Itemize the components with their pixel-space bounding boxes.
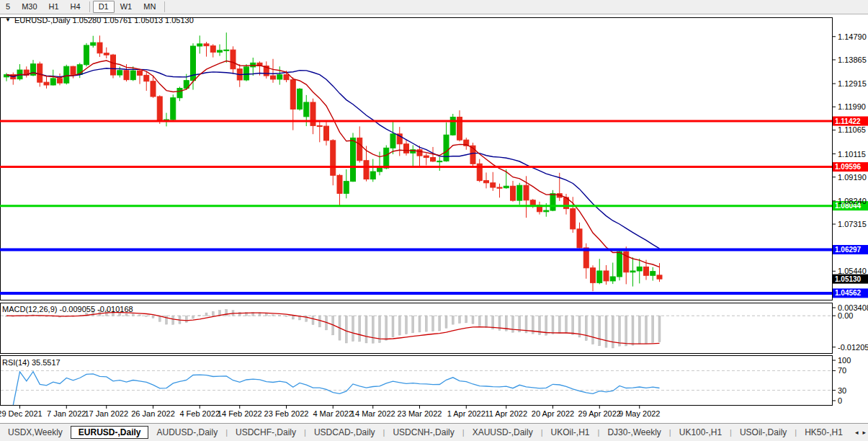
macd-bar [139,315,141,316]
candle-body [437,161,442,161]
candle-body [597,271,602,282]
candle-body [91,43,96,45]
macd-bar [592,316,594,344]
macd-bar [292,316,294,319]
macd-bar [125,313,127,316]
chart-tab-usdx-weekly[interactable]: USDX,Weekly [0,426,71,439]
candle-body [64,66,69,83]
rsi-tick-label: 0 [838,396,842,405]
rsi-tick-label: 30 [838,386,846,395]
candle-body [324,126,329,141]
macd-bar [478,316,480,326]
candle-body [151,81,156,97]
chevron-down-icon[interactable]: ▼ [5,17,11,23]
timeframe-button-5[interactable]: 5 [0,1,16,13]
candle-body [177,88,182,97]
candle-body [591,268,596,283]
chart-tab-usdcad-daily[interactable]: USDCAD-,Daily [306,426,383,439]
timeframe-toolbar: 5M30H1H4D1W1MN [0,0,868,14]
macd-bar [372,316,374,343]
macd-bar [652,316,654,342]
date-label: 4 Feb 2022 [179,409,220,418]
timeframe-button-mn[interactable]: MN [138,1,161,13]
macd-bar [605,316,607,347]
candle-body [284,75,289,80]
candle-body [210,46,215,53]
macd-bar [632,316,634,345]
candle-body [37,64,42,82]
macd-bar [279,316,281,316]
date-label: 17 Jan 2022 [84,409,128,418]
macd-bar [285,316,287,316]
candle-body [337,175,342,193]
chart-tab-usoil-daily[interactable]: USOil-,Daily [732,426,795,439]
tab-scroll-arrows: ◂▸ [855,429,868,436]
date-label: 29 Apr 2022 [578,409,621,418]
tab-scroll-left-icon[interactable]: ◂ [855,429,859,436]
macd-bar [432,316,434,331]
timeframe-button-h4[interactable]: H4 [65,1,86,13]
date-label: 20 Apr 2022 [532,409,574,418]
candle-body [157,97,162,120]
macd-bar [472,316,474,324]
candle-body [197,44,202,46]
tab-scroll-right-icon[interactable]: ▸ [862,429,866,436]
candle-body [571,209,576,229]
chart-tab-usdcnh-daily[interactable]: USDCNH-,Daily [385,426,462,439]
candle-body [404,144,409,153]
candles-layer [4,32,663,291]
chart-tab-usdchf-daily[interactable]: USDCHF-,Daily [228,426,304,439]
macd-bar [658,316,661,342]
macd-bar [385,316,388,340]
hline-price-label: 1.06297 [835,246,862,254]
chart-canvas[interactable]: 1.114221.095961.080441.062971.045621.051… [0,0,868,423]
chart-tab-audusd-daily[interactable]: AUDUSD-,Daily [148,426,225,439]
chart-tab-eurusd-daily[interactable]: EURUSD-,Daily [71,426,149,439]
macd-indicator-label: MACD(12,26,9) -0.009055 -0.010168 [2,305,133,313]
macd-bar [465,316,467,323]
macd-bar [146,316,148,316]
candle-body [111,55,116,75]
rsi-pane-border [1,356,833,406]
chart-tab-ukoil-h1[interactable]: UKOil-,H1 [543,426,598,439]
candle-body [650,272,656,276]
candle-body [384,148,389,168]
timeframe-button-d1[interactable]: D1 [93,1,115,13]
candle-body [390,134,395,148]
macd-tick-label: 0.00 [838,311,853,320]
candle-body [231,50,236,68]
macd-bar [359,316,361,342]
macd-bar [425,316,427,331]
candle-body [577,229,582,248]
date-label: 4 Mar 2022 [313,409,353,418]
candle-body [450,117,455,135]
macd-bar [419,316,421,332]
candle-body [104,53,109,55]
candle-body [171,98,176,120]
candle-body [630,271,635,272]
timeframe-button-m30[interactable]: M30 [16,1,42,13]
candle-body [277,75,282,79]
chart-tab-hk50-h1[interactable]: HK50-,H1 [797,426,851,439]
candle-body [484,181,489,183]
macd-bar [558,316,560,333]
timeframe-button-w1[interactable]: W1 [115,1,138,13]
price-tick-label: 1.12915 [838,79,867,88]
chart-tab-xauusd-daily[interactable]: XAUUSD-,Daily [465,426,541,439]
hline-price-label: 1.09596 [835,163,862,171]
price-tick-label: 1.14790 [838,32,867,41]
timeframe-button-h1[interactable]: H1 [43,1,65,13]
candle-body [138,71,143,75]
candle-body [331,141,336,175]
rsi-line [13,372,659,405]
date-label: 23 Mar 2022 [398,409,442,418]
price-tick-label: 1.11065 [838,125,866,134]
chart-tab-dj30-weekly[interactable]: DJ30-,Weekly [599,426,668,439]
chart-tab-uk100-h1[interactable]: UK100-,H1 [671,426,730,439]
price-tick-label: 1.07315 [838,220,867,228]
macd-bar [172,316,174,324]
candle-body [218,50,223,52]
candle-body [344,182,349,194]
price-tick-label: 1.11990 [838,102,866,111]
macd-bar [132,314,134,316]
